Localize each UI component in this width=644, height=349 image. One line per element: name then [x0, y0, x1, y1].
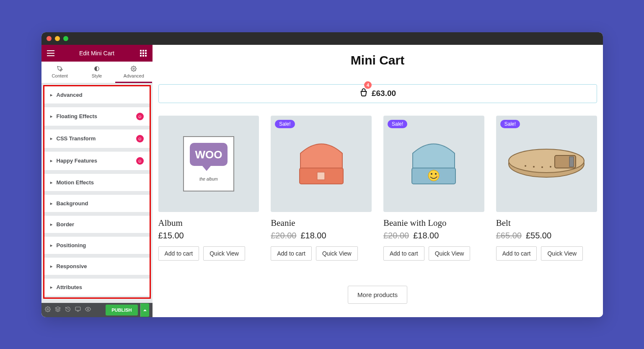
panel-advanced[interactable]: ▸Advanced — [44, 86, 150, 103]
product-image[interactable]: Sale! — [496, 116, 597, 212]
caret-right-icon: ▸ — [50, 158, 52, 163]
product-name[interactable]: Beanie — [271, 218, 372, 228]
svg-point-10 — [133, 68, 135, 70]
window-titlebar — [41, 32, 603, 45]
quick-view-button[interactable]: Quick View — [316, 246, 358, 261]
caret-right-icon: ▸ — [50, 136, 52, 141]
panel-label: Floating Effects — [57, 113, 98, 119]
page-title: Mini Cart — [158, 53, 597, 67]
svg-point-29 — [533, 166, 535, 168]
mini-cart-bar[interactable]: 4 £63.00 — [158, 84, 597, 103]
product-card: Sale!Beanie£20.00£18.00Add to cartQuick … — [271, 116, 372, 261]
quick-view-button[interactable]: Quick View — [541, 246, 583, 261]
tab-advanced-label: Advanced — [124, 73, 144, 78]
panel-background[interactable]: ▸Background — [44, 194, 150, 212]
product-price: £65.00£55.00 — [496, 231, 597, 240]
svg-rect-2 — [145, 50, 147, 52]
editor-tabs: Content Style Advanced — [41, 62, 153, 83]
caret-right-icon: ▸ — [50, 264, 52, 269]
svg-rect-7 — [142, 55, 144, 57]
basket-icon — [359, 88, 368, 99]
product-grid: WOOthe albumAlbum£15.00Add to cartQuick … — [158, 116, 597, 261]
current-price: £18.00 — [300, 231, 326, 240]
quick-view-button[interactable]: Quick View — [429, 246, 471, 261]
menu-icon[interactable] — [47, 49, 55, 57]
caret-right-icon: ▸ — [50, 243, 52, 248]
tab-content[interactable]: Content — [41, 62, 78, 83]
cart-count-badge: 4 — [364, 81, 372, 89]
caret-right-icon: ▸ — [50, 222, 52, 227]
current-price: £55.00 — [526, 231, 551, 240]
svg-point-30 — [541, 166, 543, 168]
svg-rect-3 — [140, 52, 142, 54]
preview-canvas: Mini Cart 4 £63.00 WOOthe albumAlbum£15.… — [153, 45, 603, 317]
panel-responsive[interactable]: ▸Responsive — [44, 257, 150, 275]
caret-right-icon: ▸ — [50, 201, 52, 206]
product-name[interactable]: Album — [158, 218, 259, 228]
happy-badge-icon: ☺ — [136, 113, 144, 120]
old-price: £20.00 — [271, 231, 296, 240]
happy-badge-icon: ☺ — [136, 157, 144, 165]
editor-sidebar: Edit Mini Cart Content Style Advanced — [41, 45, 153, 317]
add-to-cart-button[interactable]: Add to cart — [496, 246, 537, 261]
app-body: Edit Mini Cart Content Style Advanced — [41, 45, 603, 317]
settings-icon[interactable] — [45, 306, 51, 314]
add-to-cart-button[interactable]: Add to cart — [271, 246, 312, 261]
old-price: £20.00 — [383, 231, 409, 240]
tab-style[interactable]: Style — [78, 62, 115, 83]
panel-happy-features[interactable]: ▸Happy Features☺ — [44, 151, 150, 170]
tab-style-label: Style — [92, 73, 102, 78]
quick-view-button[interactable]: Quick View — [203, 246, 245, 261]
navigator-icon[interactable] — [55, 306, 61, 314]
happy-badge-icon: ☺ — [136, 135, 144, 142]
product-image[interactable]: Sale! — [383, 116, 484, 212]
svg-rect-19 — [317, 172, 325, 180]
product-card: Sale!Belt£65.00£55.00Add to cartQuick Vi… — [496, 116, 597, 261]
svg-rect-5 — [145, 52, 147, 54]
caret-right-icon: ▸ — [50, 114, 52, 119]
svg-rect-8 — [145, 55, 147, 57]
responsive-icon[interactable] — [75, 306, 81, 314]
panel-motion-effects[interactable]: ▸Motion Effects — [44, 173, 150, 191]
sidebar-footer: PUBLISH — [41, 303, 153, 317]
panel-label: Advanced — [57, 92, 83, 98]
panel-label: Happy Features — [57, 158, 98, 164]
window-maximize-icon[interactable] — [63, 36, 68, 41]
panel-css-transform[interactable]: ▸CSS Transform☺ — [44, 129, 150, 148]
window-close-icon[interactable] — [47, 36, 52, 41]
caret-right-icon: ▸ — [50, 285, 52, 290]
preview-icon[interactable] — [85, 306, 91, 314]
panel-label: Responsive — [57, 263, 87, 269]
publish-button[interactable]: PUBLISH — [106, 305, 137, 315]
window-minimize-icon[interactable] — [55, 36, 60, 41]
sale-badge: Sale! — [388, 120, 407, 128]
more-products-button[interactable]: More products — [348, 286, 407, 304]
product-image[interactable]: Sale! — [271, 116, 372, 212]
panel-attributes[interactable]: ▸Attributes — [44, 278, 150, 296]
svg-text:WOO: WOO — [195, 148, 222, 161]
svg-point-31 — [550, 166, 551, 168]
caret-right-icon: ▸ — [50, 93, 52, 97]
product-image[interactable]: WOOthe album — [158, 116, 259, 212]
history-icon[interactable] — [65, 306, 71, 314]
svg-text:the   album: the album — [199, 177, 218, 181]
panel-label: Positioning — [57, 242, 86, 248]
publish-dropdown-icon[interactable] — [140, 303, 149, 317]
product-price: £20.00£18.00 — [271, 231, 372, 240]
sidebar-header: Edit Mini Cart — [41, 45, 153, 62]
panel-label: Attributes — [57, 284, 82, 290]
widgets-grid-icon[interactable] — [139, 49, 147, 57]
product-name[interactable]: Belt — [496, 218, 597, 228]
tab-advanced[interactable]: Advanced — [115, 62, 152, 83]
sale-badge: Sale! — [500, 120, 520, 128]
add-to-cart-button[interactable]: Add to cart — [158, 246, 199, 261]
svg-point-23 — [435, 173, 437, 175]
svg-point-13 — [87, 308, 89, 310]
add-to-cart-button[interactable]: Add to cart — [383, 246, 424, 261]
panel-border[interactable]: ▸Border — [44, 215, 150, 233]
panel-floating-effects[interactable]: ▸Floating Effects☺ — [44, 107, 150, 126]
product-name[interactable]: Beanie with Logo — [383, 218, 484, 228]
svg-point-28 — [525, 165, 526, 167]
panel-label: Background — [57, 200, 88, 207]
panel-positioning[interactable]: ▸Positioning — [44, 236, 150, 254]
